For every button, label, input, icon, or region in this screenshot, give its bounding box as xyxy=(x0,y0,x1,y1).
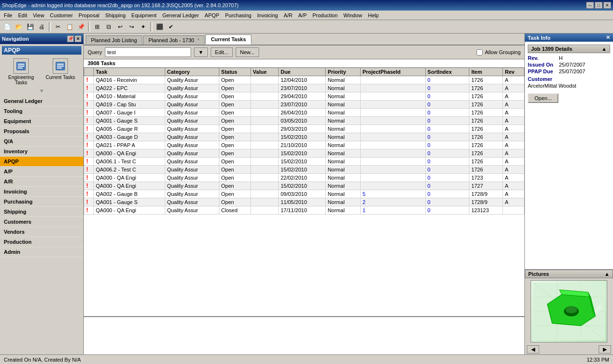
tab-close-1730[interactable]: * xyxy=(198,38,200,43)
minimize-button[interactable]: ─ xyxy=(586,2,594,9)
table-row[interactable]: !QA002 - Gauge BQuality AssurOpen09/03/2… xyxy=(84,190,524,198)
nav-engineering-tasks[interactable]: Engineering Tasks xyxy=(2,57,40,87)
table-row[interactable]: !QA022 - EPCQuality AssurOpen23/07/2010N… xyxy=(84,84,524,92)
col-status[interactable]: Status xyxy=(219,68,250,76)
col-due[interactable]: Due xyxy=(278,68,325,76)
toolbar-extra7[interactable]: ✔ xyxy=(166,22,176,32)
nav-menu-item-admin[interactable]: Admin xyxy=(0,247,83,257)
table-row[interactable]: !QA001 - Gauge SQuality AssurOpen11/05/2… xyxy=(84,198,524,206)
nav-menu-item-customers[interactable]: Customers xyxy=(0,217,83,227)
nav-current-tasks[interactable]: Current Tasks xyxy=(41,57,79,87)
table-row[interactable]: !QA000 - QA EngiQuality AssurOpen22/02/2… xyxy=(84,174,524,182)
menu-item-edit[interactable]: Edit xyxy=(15,11,30,19)
nav-menu-item-vendors[interactable]: Vendors xyxy=(0,227,83,237)
toolbar-extra3[interactable]: ↩ xyxy=(115,22,125,32)
table-row[interactable]: !QA005 - Gauge RQuality AssurOpen29/03/2… xyxy=(84,125,524,133)
table-row[interactable]: !QA001 - Gauge SQuality AssurOpen03/05/2… xyxy=(84,117,524,125)
table-row[interactable]: !QA019 - Cap StuQuality AssurOpen23/07/2… xyxy=(84,101,524,109)
menu-item-equipment[interactable]: Equipment xyxy=(128,11,159,19)
new-button[interactable]: New... xyxy=(236,47,259,57)
toolbar-open[interactable]: 📂 xyxy=(13,22,24,32)
toolbar-cut[interactable]: ✂ xyxy=(53,22,63,32)
nav-menu-item-purchasing[interactable]: Purchasing xyxy=(0,197,83,207)
menu-item-shipping[interactable]: Shipping xyxy=(102,11,128,19)
job-details-collapse[interactable]: ▲ xyxy=(602,46,607,52)
col-phase-id[interactable]: ProjectPhaseId xyxy=(360,68,425,76)
nav-menu-item-a-p[interactable]: A/P xyxy=(0,167,83,177)
toolbar-extra5[interactable]: ✦ xyxy=(138,22,148,32)
nav-menu-item-q-a[interactable]: Q/A xyxy=(0,136,83,147)
tab-planned-job-1730[interactable]: Planned Job - 1730 * xyxy=(143,35,204,45)
tab-current-tasks[interactable]: Current Tasks xyxy=(205,34,251,45)
nav-menu-item-proposals[interactable]: Proposals xyxy=(0,126,83,136)
menu-item-general-ledger[interactable]: General Ledger xyxy=(159,11,202,19)
maximize-button[interactable]: □ xyxy=(595,2,602,9)
table-row[interactable]: !QA000 - QA EngiQuality AssurClosed17/11… xyxy=(84,206,524,215)
col-rev[interactable]: Rev xyxy=(503,68,524,76)
menu-item-invoicing[interactable]: Invoicing xyxy=(254,11,281,19)
nav-pin-button[interactable]: 📌 xyxy=(67,35,74,42)
nav-menu-item-inventory[interactable]: Inventory xyxy=(0,147,83,157)
toolbar-copy[interactable]: 📋 xyxy=(64,22,75,32)
close-button[interactable]: ✕ xyxy=(603,2,611,9)
col-value[interactable]: Value xyxy=(251,68,279,76)
toolbar-print[interactable]: 🖨 xyxy=(36,22,47,32)
toolbar-extra4[interactable]: ↪ xyxy=(126,22,137,32)
col-task[interactable]: Task xyxy=(93,68,165,76)
table-row[interactable]: !QA006.2 - Test CQuality AssurOpen15/02/… xyxy=(84,166,524,174)
nav-scroll-down[interactable]: ▼ xyxy=(2,87,81,94)
open-button[interactable]: Open... xyxy=(528,93,558,103)
menu-item-a-r[interactable]: A/R xyxy=(281,11,295,19)
pictures-collapse[interactable]: ▲ xyxy=(604,271,610,277)
table-row[interactable]: !QA006.1 - Test CQuality AssurOpen15/02/… xyxy=(84,158,524,166)
tab-planned-job-listing[interactable]: Planned Job Listing xyxy=(86,35,142,45)
pic-next-btn[interactable]: ▶ xyxy=(599,345,611,353)
nav-menu-item-invoicing[interactable]: Invoicing xyxy=(0,187,83,197)
menu-item-purchasing[interactable]: Purchasing xyxy=(222,11,254,19)
table-row[interactable]: !QA010 - MaterialQuality AssurOpen29/04/… xyxy=(84,92,524,101)
toolbar-extra1[interactable]: ⊞ xyxy=(92,22,102,32)
menu-item-a-p[interactable]: A/P xyxy=(295,11,310,19)
table-row[interactable]: !QA003 - Gauge DQuality AssurOpen15/02/2… xyxy=(84,133,524,141)
row-priority: Normal xyxy=(326,76,361,84)
table-row[interactable]: !QA000 - QA EngiQuality AssurOpen15/02/2… xyxy=(84,182,524,190)
nav-menu-item-general-ledger[interactable]: General Ledger xyxy=(0,96,83,106)
edit-button[interactable]: Edit... xyxy=(211,47,233,57)
nav-menu-item-tooling[interactable]: Tooling xyxy=(0,106,83,116)
toolbar-save[interactable]: 💾 xyxy=(25,22,35,32)
menu-item-view[interactable]: View xyxy=(30,11,47,19)
task-info-close[interactable]: ✕ xyxy=(606,34,610,41)
menu-item-window[interactable]: Window xyxy=(341,11,365,19)
menu-item-customer[interactable]: Customer xyxy=(47,11,76,19)
query-dropdown-btn[interactable]: ▼ xyxy=(194,47,208,57)
query-input[interactable] xyxy=(105,47,191,57)
col-category[interactable]: Category xyxy=(165,68,219,76)
col-item[interactable]: Item xyxy=(469,68,503,76)
nav-menu-item-a-r[interactable]: A/R xyxy=(0,177,83,187)
nav-menu-item-apqp[interactable]: APQP xyxy=(0,157,83,167)
table-row[interactable]: !QA000 - QA EngiQuality AssurOpen15/02/2… xyxy=(84,149,524,158)
toolbar-extra6[interactable]: ⬛ xyxy=(154,22,165,32)
menu-item-apqp[interactable]: APQP xyxy=(202,11,222,19)
table-row[interactable]: !QA021 - PPAP AQuality AssurOpen21/10/20… xyxy=(84,141,524,149)
nav-menu-item-production[interactable]: Production xyxy=(0,237,83,247)
menu-item-production[interactable]: Production xyxy=(309,11,341,19)
task-table-container[interactable]: Task Category Status Value Due Priority … xyxy=(84,68,524,316)
col-sort-index[interactable]: SortIndex xyxy=(425,68,469,76)
row-due: 15/02/2010 xyxy=(278,182,325,190)
table-row[interactable]: !QA016 - ReceivinQuality AssurOpen12/04/… xyxy=(84,76,524,84)
menu-item-help[interactable]: Help xyxy=(365,11,382,19)
menu-item-proposal[interactable]: Proposal xyxy=(76,11,102,19)
col-priority[interactable]: Priority xyxy=(326,68,361,76)
nav-menu-item-shipping[interactable]: Shipping xyxy=(0,207,83,217)
nav-close-button[interactable]: ✕ xyxy=(75,35,81,42)
toolbar-new[interactable]: 📄 xyxy=(2,22,12,32)
toolbar-extra2[interactable]: ⊟ xyxy=(103,22,114,32)
toolbar-paste[interactable]: 📌 xyxy=(76,22,86,32)
pic-prev-btn[interactable]: ◀ xyxy=(527,345,539,353)
menu-bar: FileEditViewCustomerProposalShippingEqui… xyxy=(0,11,613,20)
table-row[interactable]: !QA007 - Gauge IQuality AssurOpen26/04/2… xyxy=(84,109,524,117)
menu-item-file[interactable]: File xyxy=(1,11,15,19)
allow-grouping-checkbox[interactable] xyxy=(477,49,483,56)
nav-menu-item-equipment[interactable]: Equipment xyxy=(0,116,83,126)
